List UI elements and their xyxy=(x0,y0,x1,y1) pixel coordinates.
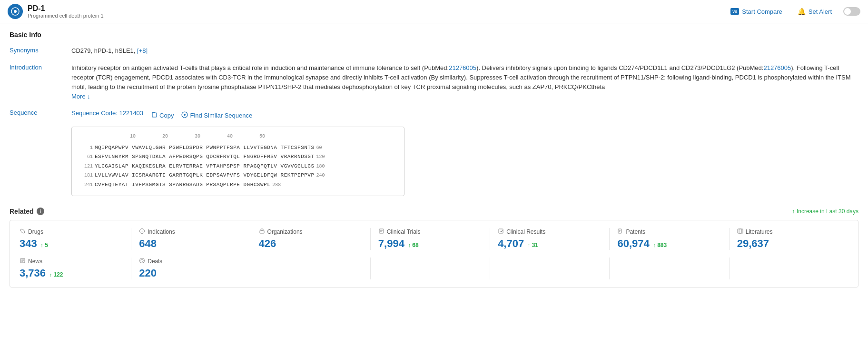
stat-empty-2 xyxy=(371,258,490,279)
stat-empty-4 xyxy=(610,258,729,279)
find-similar-label: Find Similar Sequence xyxy=(190,112,252,119)
stat-clinical-trials[interactable]: Clinical Trials 7,994 ↑ 68 xyxy=(371,228,490,250)
svg-point-1 xyxy=(14,10,17,13)
sequence-box: 10 20 30 40 50 1 MQIPQAPWPV VWAVLQLGWR P… xyxy=(71,127,404,197)
alert-label: Set Alert xyxy=(809,8,832,15)
indications-icon xyxy=(139,228,145,236)
svg-point-15 xyxy=(140,258,145,263)
stat-patents[interactable]: Patents 60,974 ↑ 883 xyxy=(610,228,729,250)
introduction-label: Introduction xyxy=(10,63,71,71)
stats-row-1: Drugs 343 ↑ 5 Indications xyxy=(20,228,848,250)
stat-clinical-trials-value: 7,994 ↑ 68 xyxy=(378,238,482,250)
stat-indications[interactable]: Indications 648 xyxy=(131,228,251,250)
stat-drugs-label: Drugs xyxy=(20,228,123,236)
sequence-code-link[interactable]: Sequence Code: 1221403 xyxy=(71,109,143,118)
introduction-row: Introduction Inhibitory receptor on anti… xyxy=(10,63,858,101)
clinical-trials-icon xyxy=(378,228,385,236)
stat-news-value: 3,736 ↑ 122 xyxy=(20,267,123,279)
synonyms-label: Synonyms xyxy=(10,46,71,54)
stat-empty-3 xyxy=(490,258,610,279)
drugs-icon xyxy=(20,228,26,236)
alert-toggle[interactable] xyxy=(843,7,860,16)
introduction-text: Inhibitory receptor on antigen activated… xyxy=(71,63,858,92)
stat-literatures-label: Literatures xyxy=(737,228,841,236)
related-header: Related i ↑ Increase in Last 30 days xyxy=(10,208,858,215)
copy-icon xyxy=(151,111,158,119)
stat-indications-value: 648 xyxy=(139,238,243,250)
drugs-delta: ↑ 5 xyxy=(40,242,48,248)
news-icon xyxy=(20,258,26,265)
stat-organizations-value: 426 xyxy=(259,238,363,250)
pubmed-link-1[interactable]: 21276005 xyxy=(449,64,476,71)
related-label: Related xyxy=(10,208,34,215)
stat-news-label: News xyxy=(20,258,123,265)
sequence-line-3: 121 YLCGAISLAP KAQIKESLRA ELRVTERRAE VPT… xyxy=(79,162,396,170)
related-info-icon[interactable]: i xyxy=(37,208,44,215)
stat-indications-label: Indications xyxy=(139,228,243,236)
stat-deals-label: Deals xyxy=(139,258,243,265)
deals-icon xyxy=(139,258,145,265)
synonyms-row: Synonyms CD279, hPD-1, hSLE1, [+8] xyxy=(10,46,858,56)
header-title-section: PD-1 Programmed cell death protein 1 xyxy=(28,4,727,19)
stat-drugs-value: 343 ↑ 5 xyxy=(20,238,123,250)
stat-patents-label: Patents xyxy=(617,228,721,236)
stat-clinical-results[interactable]: Clinical Results 4,707 ↑ 31 xyxy=(490,228,610,250)
stat-clinical-results-label: Clinical Results xyxy=(498,228,602,236)
stat-empty-5 xyxy=(730,258,848,279)
related-title: Related i xyxy=(10,208,44,215)
stats-grid: Drugs 343 ↑ 5 Indications xyxy=(10,220,858,288)
stat-drugs[interactable]: Drugs 343 ↑ 5 xyxy=(20,228,131,250)
stat-organizations[interactable]: Organizations 426 xyxy=(251,228,371,250)
stat-literatures-value: 29,637 xyxy=(737,238,841,250)
svg-rect-2 xyxy=(152,113,157,117)
patents-icon xyxy=(617,228,623,236)
stat-news[interactable]: News 3,736 ↑ 122 xyxy=(20,258,131,279)
related-section: Related i ↑ Increase in Last 30 days Dru… xyxy=(10,208,858,288)
clinical-results-icon xyxy=(498,228,504,236)
sequence-line-4: 181 LVLLVWVLAV ICSRAARGTI GARRTGQPLK EDP… xyxy=(79,171,396,179)
header-actions: VS Start Compare 🔔 Set Alert xyxy=(727,6,860,17)
copy-button[interactable]: Copy xyxy=(151,111,174,119)
stat-literatures[interactable]: Literatures 29,637 xyxy=(730,228,848,250)
introduction-value: Inhibitory receptor on antigen activated… xyxy=(71,63,858,101)
logo-icon xyxy=(8,4,23,19)
start-compare-button[interactable]: VS Start Compare xyxy=(727,6,786,17)
increase-text: Increase in Last 30 days xyxy=(797,208,858,215)
sequence-row: Sequence Sequence Code: 1221403 Copy xyxy=(10,109,858,196)
organizations-icon xyxy=(259,228,265,236)
svg-rect-8 xyxy=(261,229,263,230)
find-similar-button[interactable]: Find Similar Sequence xyxy=(181,111,252,119)
more-link[interactable]: More ↓ xyxy=(71,93,90,100)
sequence-label: Sequence xyxy=(10,109,71,116)
news-delta: ↑ 122 xyxy=(49,271,63,278)
literatures-icon xyxy=(737,228,743,236)
svg-rect-13 xyxy=(739,229,743,233)
alert-icon: 🔔 xyxy=(798,8,806,15)
patents-delta: ↑ 883 xyxy=(653,242,667,248)
compare-label: Start Compare xyxy=(742,8,782,15)
svg-point-5 xyxy=(20,228,25,234)
stat-deals-value: 220 xyxy=(139,267,243,279)
stat-deals[interactable]: Deals 220 xyxy=(131,258,251,279)
main-content: Basic Info Synonyms CD279, hPD-1, hSLE1,… xyxy=(0,23,868,295)
protein-name: PD-1 xyxy=(28,4,727,13)
protein-subtitle: Programmed cell death protein 1 xyxy=(28,13,727,19)
clinical-results-delta: ↑ 31 xyxy=(528,242,538,248)
synonyms-more-link[interactable]: [+8] xyxy=(137,47,148,54)
synonyms-text: CD279, hPD-1, hSLE1, xyxy=(71,47,135,54)
clinical-trials-delta: ↑ 68 xyxy=(408,242,419,248)
find-similar-icon xyxy=(181,111,188,119)
synonyms-value: CD279, hPD-1, hSLE1, [+8] xyxy=(71,46,858,56)
sequence-line-5: 241 CVPEQTEYAT IVFPSGMGTS SPARRGSADG PRS… xyxy=(79,181,396,189)
stat-empty-1 xyxy=(251,258,371,279)
set-alert-button[interactable]: 🔔 Set Alert xyxy=(794,6,836,17)
pubmed-link-2[interactable]: 21276005 xyxy=(763,64,791,71)
stat-organizations-label: Organizations xyxy=(259,228,363,236)
sequence-value: Sequence Code: 1221403 Copy xyxy=(71,109,858,196)
sequence-line-1: 1 MQIPQAPWPV VWAVLQLGWR PGWFLDSPDR PWNPP… xyxy=(79,144,396,152)
svg-point-4 xyxy=(184,114,186,116)
increase-label: ↑ Increase in Last 30 days xyxy=(792,208,858,215)
increase-arrow: ↑ xyxy=(792,208,795,215)
copy-label: Copy xyxy=(159,112,174,119)
svg-rect-7 xyxy=(260,230,264,233)
